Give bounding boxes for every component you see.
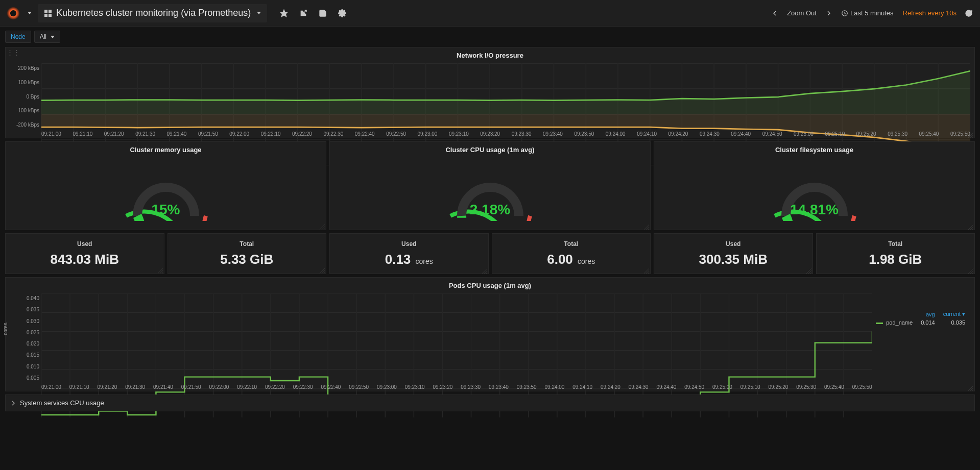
- time-back-button[interactable]: [768, 5, 782, 22]
- logo-menu-caret-icon[interactable]: [28, 12, 32, 14]
- resize-handle-icon[interactable]: [644, 267, 649, 273]
- time-range-picker[interactable]: Last 5 minutes: [837, 6, 898, 20]
- svg-rect-2: [44, 10, 47, 13]
- settings-button[interactable]: [333, 5, 351, 22]
- resize-handle-icon[interactable]: [320, 224, 325, 229]
- grafana-logo-icon[interactable]: [6, 6, 20, 20]
- variable-node-value[interactable]: All: [34, 31, 60, 43]
- resize-handle-icon[interactable]: [968, 385, 973, 390]
- panel-gauge-cpu[interactable]: Cluster CPU usage (1m avg) 2.18%: [329, 141, 651, 230]
- row-title: System services CPU usage: [20, 399, 104, 407]
- svg-rect-4: [44, 14, 47, 17]
- time-range-label: Last 5 minutes: [850, 9, 894, 17]
- stat-label: Used: [77, 240, 92, 248]
- panel-stat-fs-used[interactable]: Used300.35 MiB: [654, 233, 813, 274]
- zoom-out-button[interactable]: Zoom Out: [783, 6, 821, 20]
- resize-handle-icon[interactable]: [806, 267, 811, 273]
- panel-title: Network I/O pressure: [6, 47, 974, 61]
- svg-rect-5: [49, 14, 52, 17]
- drag-handle-icon[interactable]: ⋮⋮: [7, 48, 11, 56]
- x-axis: 09:21:0009:21:1009:21:2009:21:3009:21:40…: [41, 130, 970, 137]
- stat-value: 843.03 MiB: [51, 252, 119, 267]
- variable-node-label[interactable]: Node: [5, 31, 31, 43]
- clock-icon: [841, 10, 848, 17]
- row-system-services-cpu[interactable]: System services CPU usage: [5, 394, 975, 411]
- share-button[interactable]: [295, 5, 312, 22]
- stat-value: 0.13 cores: [385, 252, 433, 267]
- panel-stat-cpu-used[interactable]: Used0.13 cores: [329, 233, 489, 274]
- resize-handle-icon[interactable]: [968, 132, 973, 137]
- svg-marker-6: [281, 10, 288, 16]
- svg-point-1: [10, 10, 16, 16]
- resize-handle-icon[interactable]: [320, 267, 325, 273]
- gauge: 14.81%: [763, 165, 866, 221]
- resize-handle-icon[interactable]: [158, 267, 163, 273]
- refresh-interval-picker[interactable]: Refresh every 10s: [899, 6, 961, 20]
- variable-bar: Node All: [0, 27, 980, 47]
- panel-gauge-memory[interactable]: Cluster memory usage 15%: [5, 141, 326, 230]
- y-axis: 0.0400.0350.0300.0250.0200.0150.0100.005: [8, 295, 39, 381]
- navbar: Kubernetes cluster monitoring (via Prome…: [0, 0, 980, 27]
- gauge: 2.18%: [439, 165, 541, 221]
- stat-label: Total: [240, 240, 254, 248]
- legend-header-avg[interactable]: avg: [917, 310, 939, 318]
- time-controls: Zoom Out Last 5 minutes Refresh every 10…: [768, 5, 976, 22]
- stat-value: 300.35 MiB: [699, 252, 768, 267]
- time-forward-button[interactable]: [822, 5, 836, 22]
- dashboard-caret-icon: [257, 12, 261, 14]
- y-axis: 200 kBps100 kBps0 Bps-100 kBps-200 kBps: [8, 65, 39, 128]
- panel-stat-cpu-total[interactable]: Total6.00 cores: [492, 233, 651, 274]
- panel-stat-mem-total[interactable]: Total5.33 GiB: [168, 233, 327, 274]
- dashboard-picker[interactable]: Kubernetes cluster monitoring (via Prome…: [38, 4, 267, 22]
- svg-rect-3: [49, 10, 52, 13]
- panel-title: Cluster filesystem usage: [654, 142, 974, 156]
- dashboard-title: Kubernetes cluster monitoring (via Prome…: [56, 8, 251, 18]
- panel-title: Cluster memory usage: [6, 142, 326, 156]
- legend-header-current[interactable]: current ▾: [939, 310, 969, 318]
- star-button[interactable]: [275, 5, 293, 22]
- resize-handle-icon[interactable]: [968, 267, 973, 273]
- legend-swatch-icon: [876, 323, 883, 324]
- panel-stat-mem-used[interactable]: Used843.03 MiB: [5, 233, 164, 274]
- chevron-right-icon: [11, 401, 16, 406]
- gauge: 15%: [115, 165, 217, 221]
- panel-pods-cpu[interactable]: Pods CPU usage (1m avg) cores 0.0400.035…: [5, 277, 975, 391]
- legend: avgcurrent ▾ pod_name0.0140.035: [872, 310, 969, 327]
- stat-value: 5.33 GiB: [220, 252, 273, 267]
- resize-handle-icon[interactable]: [644, 224, 649, 229]
- chevron-down-icon: [51, 36, 55, 38]
- panel-network-io[interactable]: ⋮⋮ Network I/O pressure 200 kBps100 kBps…: [5, 47, 975, 138]
- stat-label: Total: [564, 240, 578, 248]
- refresh-button[interactable]: [962, 5, 976, 22]
- panel-title: Cluster CPU usage (1m avg): [330, 142, 650, 156]
- save-button[interactable]: [314, 5, 331, 22]
- panel-gauge-filesystem[interactable]: Cluster filesystem usage 14.81%: [654, 141, 975, 230]
- panel-stat-fs-total[interactable]: Total1.98 GiB: [816, 233, 975, 274]
- stat-label: Total: [888, 240, 902, 248]
- stat-label: Used: [401, 240, 416, 248]
- panel-title: Pods CPU usage (1m avg): [6, 278, 974, 291]
- legend-row[interactable]: pod_name0.0140.035: [872, 318, 969, 327]
- resize-handle-icon[interactable]: [968, 224, 973, 229]
- stat-value: 1.98 GiB: [869, 252, 922, 267]
- stat-label: Used: [726, 240, 740, 248]
- dashboard-grid-icon: [44, 9, 52, 17]
- stat-value: 6.00 cores: [547, 252, 595, 267]
- resize-handle-icon[interactable]: [482, 267, 487, 273]
- x-axis: 09:21:0009:21:1009:21:2009:21:3009:21:40…: [41, 383, 872, 390]
